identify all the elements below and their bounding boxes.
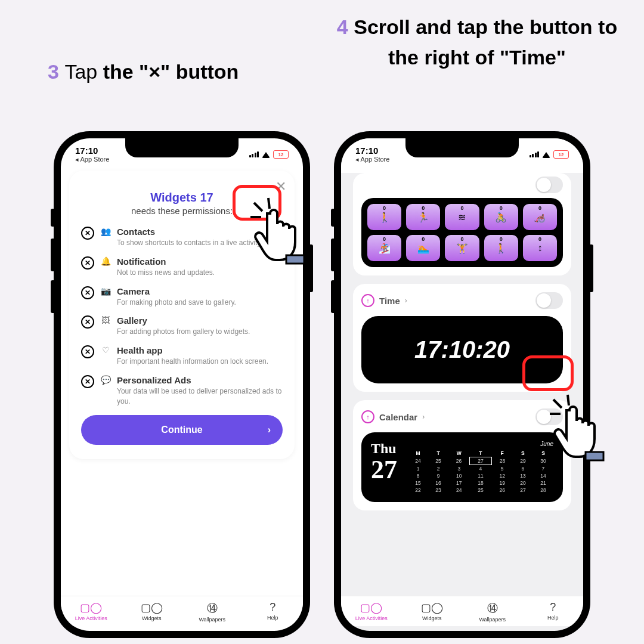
deny-icon: ✕ [81,256,94,270]
activity-tile[interactable]: 0🏂 [367,235,401,261]
battery-icon: 12 [553,150,569,159]
activity-tile[interactable]: 0🚶 [484,235,518,261]
battery-icon: 12 [273,150,289,159]
permission-row: ✕🖼GalleryFor adding photos from gallery … [81,315,283,337]
permission-row: ✕💬Personalized AdsYour data will be used… [81,375,283,407]
perm-icon: 💬 [100,375,111,385]
activities-card: 0🚶0🏃0≋0🚴0🦽0🏂0🏊0🏋0🚶0↕ [353,173,571,275]
continue-button[interactable]: Continue› [81,415,283,445]
highlight-ring-toggle [522,355,574,391]
up-arrow-icon[interactable]: ↑ [361,294,374,307]
perm-desc: For making photo and save to gallery. [117,298,283,308]
deny-icon: ✕ [81,286,94,299]
perm-icon: 👥 [100,227,111,236]
permission-row: ✕♡Health appFor important health informa… [81,345,283,367]
perm-desc: For important health information on lock… [117,357,283,367]
tab-widgets[interactable]: ▢◯Widgets [122,601,182,623]
perm-title: Gallery [117,315,283,326]
chevron-right-icon: › [405,296,407,305]
wifi-icon [542,148,550,158]
activity-tile[interactable]: 0🦽 [523,204,557,230]
perm-desc: Not to miss news and updates. [117,268,283,278]
perm-title: Health app [117,345,283,355]
activity-tile[interactable]: 0↕ [523,235,557,261]
wifi-icon [262,148,270,158]
perm-title: Personalized Ads [117,375,283,385]
tab-wallpapers[interactable]: ⑭Wallpapers [182,601,243,623]
deny-icon: ✕ [81,227,94,240]
perm-title: Camera [117,286,283,296]
tab-bar: ▢◯Live Activities▢◯Widgets⑭Wallpapers?He… [341,596,583,626]
activities-toggle[interactable] [535,177,563,193]
time-label[interactable]: Time [379,296,400,306]
activity-tile[interactable]: 0🚴 [484,204,518,230]
svg-line-4 [553,400,562,408]
signal-icon [249,151,259,157]
chevron-right-icon: › [422,413,425,421]
activity-tile[interactable]: 0🚶 [367,204,401,230]
deny-icon: ✕ [81,375,94,388]
activity-tile[interactable]: 0≋ [445,204,479,230]
tap-hand-icon [249,197,321,268]
activity-tile[interactable]: 0🏋 [445,235,479,261]
svg-line-0 [254,203,262,211]
svg-rect-3 [286,255,304,264]
calendar-label[interactable]: Calendar [379,412,417,422]
perm-icon: 🔔 [100,256,111,266]
svg-line-1 [268,198,270,209]
permission-row: ✕📷CameraFor making photo and save to gal… [81,286,283,308]
time-toggle[interactable] [535,292,563,309]
perm-icon: 📷 [100,286,111,296]
tab-widgets[interactable]: ▢◯Widgets [402,601,463,623]
tab-wallpapers[interactable]: ⑭Wallpapers [462,601,523,623]
perm-icon: 🖼 [100,315,111,325]
tab-live-activities[interactable]: ▢◯Live Activities [341,601,402,623]
perm-desc: Your data will be used to deliver person… [117,386,283,407]
perm-desc: For adding photos from gallery to widget… [117,327,283,337]
tap-hand-icon [549,394,620,465]
instruction-4: 4 Scroll and tap the button to the right… [334,12,620,73]
up-arrow-icon[interactable]: ↑ [361,410,374,423]
tab-help[interactable]: ?Help [243,601,304,623]
back-to-appstore[interactable]: ◂ App Store [75,156,109,163]
activities-grid: 0🚶0🏃0≋0🚴0🦽0🏂0🏊0🏋0🚶0↕ [361,198,563,267]
activity-tile[interactable]: 0🏊 [406,235,440,261]
back-to-appstore[interactable]: ◂ App Store [355,156,389,163]
perm-icon: ♡ [100,345,111,355]
calendar-display: Thu27 JuneMTWTFSS24252627282930123456789… [361,432,563,502]
deny-icon: ✕ [81,345,94,358]
tab-help[interactable]: ?Help [523,601,584,623]
tab-bar: ▢◯Live Activities▢◯Widgets⑭Wallpapers?He… [61,596,303,626]
deny-icon: ✕ [81,315,94,329]
signal-icon [530,151,540,157]
tab-live-activities[interactable]: ▢◯Live Activities [61,601,122,623]
instruction-3: 3 Tap the "×" button [48,57,239,87]
svg-rect-7 [586,452,603,460]
svg-line-5 [568,395,569,405]
activity-tile[interactable]: 0🏃 [406,204,440,230]
calendar-card: ↑ Calendar › Thu27 JuneMTWTFSS2425262728… [353,400,571,510]
